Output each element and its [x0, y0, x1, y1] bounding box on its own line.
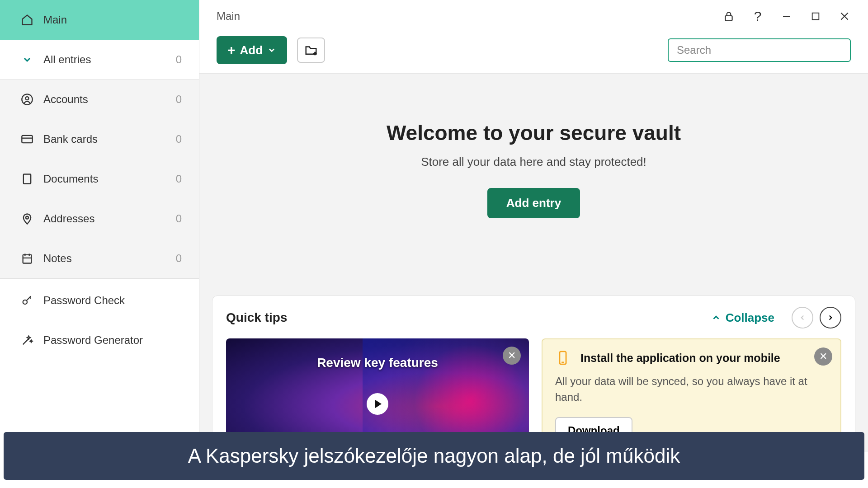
sidebar-item-label: Notes [43, 252, 176, 265]
svg-rect-2 [22, 136, 32, 143]
sidebar-item-label: Accounts [43, 93, 176, 106]
sidebar-item-count: 0 [176, 252, 182, 265]
sidebar-tools: Password Check Password Generator [0, 278, 199, 360]
svg-rect-5 [23, 255, 32, 263]
card-icon [20, 132, 34, 146]
svg-rect-7 [725, 16, 732, 21]
chevron-right-icon [826, 314, 835, 322]
plus-icon: + [227, 42, 236, 58]
svg-point-4 [26, 216, 28, 219]
sidebar-item-password-generator[interactable]: Password Generator [0, 320, 199, 360]
sidebar-all-entries-count: 0 [176, 53, 182, 66]
sidebar-all-entries-label: All entries [43, 53, 176, 66]
content-area: Welcome to your secure vault Store all y… [199, 73, 868, 452]
pin-icon [20, 211, 34, 226]
tips-prev-button[interactable] [792, 307, 813, 328]
tips-title: Quick tips [226, 310, 702, 325]
card-close-button[interactable]: ✕ [814, 347, 832, 366]
install-title: Install the application on your mobile [580, 352, 780, 365]
sidebar-item-count: 0 [176, 93, 182, 106]
note-icon [20, 251, 34, 266]
tips-header: Quick tips Collapse [226, 307, 841, 328]
collapse-button[interactable]: Collapse [711, 311, 774, 325]
key-icon [20, 293, 34, 308]
sidebar-item-bank-cards[interactable]: Bank cards 0 [0, 119, 199, 159]
video-title: Review key features [226, 356, 529, 370]
add-button[interactable]: + Add [217, 36, 287, 64]
document-icon [20, 172, 34, 186]
svg-rect-3 [24, 174, 31, 184]
sidebar-all-entries[interactable]: All entries 0 [0, 40, 199, 80]
maximize-icon[interactable] [809, 10, 822, 23]
sidebar-item-count: 0 [176, 173, 182, 185]
sidebar-item-count: 0 [176, 133, 182, 145]
main-area: Main ? [199, 0, 868, 452]
new-folder-button[interactable] [297, 38, 325, 63]
topbar: Main ? [199, 0, 868, 23]
wand-icon [20, 333, 34, 347]
minimize-icon[interactable] [780, 10, 793, 23]
home-icon [20, 13, 34, 27]
sidebar-item-label: Password Generator [43, 334, 182, 347]
sidebar-item-label: Password Check [43, 294, 182, 307]
sidebar-main-label: Main [43, 14, 182, 26]
sidebar-item-label: Addresses [43, 212, 176, 225]
sidebar-item-notes[interactable]: Notes 0 [0, 239, 199, 278]
chevron-down-icon [267, 46, 276, 55]
toolbar: + Add [199, 23, 868, 73]
mobile-icon [555, 350, 571, 366]
lock-icon[interactable] [722, 10, 735, 23]
collapse-label: Collapse [726, 311, 774, 325]
quick-tips-panel: Quick tips Collapse [212, 296, 855, 452]
caption-overlay: A Kaspersky jelszókezelője nagyon alap, … [4, 432, 864, 480]
chevron-down-icon [20, 52, 34, 67]
svg-rect-8 [812, 13, 819, 20]
sidebar-item-label: Documents [43, 173, 176, 185]
sidebar-item-documents[interactable]: Documents 0 [0, 159, 199, 199]
sidebar-item-label: Bank cards [43, 133, 176, 145]
sidebar-item-accounts[interactable]: Accounts 0 [0, 80, 199, 119]
sidebar-item-addresses[interactable]: Addresses 0 [0, 199, 199, 239]
sidebar-item-count: 0 [176, 212, 182, 225]
add-entry-button[interactable]: Add entry [487, 188, 580, 218]
welcome-block: Welcome to your secure vault Store all y… [199, 74, 868, 218]
install-body: All your data will be synced, so you alw… [555, 374, 808, 405]
app-window: Main All entries 0 Accounts 0 [0, 0, 868, 452]
svg-point-1 [26, 97, 29, 100]
page-title: Main [217, 10, 713, 23]
search-input[interactable] [668, 38, 851, 62]
close-icon[interactable] [838, 10, 851, 23]
welcome-subtext: Store all your data here and stay protec… [199, 155, 868, 169]
svg-point-6 [23, 300, 27, 304]
account-icon [20, 92, 34, 107]
add-button-label: Add [240, 43, 263, 57]
sidebar-item-password-check[interactable]: Password Check [0, 281, 199, 320]
tips-nav [792, 307, 841, 328]
welcome-heading: Welcome to your secure vault [199, 121, 868, 145]
window-controls: ? [722, 10, 851, 23]
sidebar: Main All entries 0 Accounts 0 [0, 0, 199, 452]
play-icon[interactable] [367, 393, 388, 415]
help-icon[interactable]: ? [751, 10, 764, 23]
sidebar-main[interactable]: Main [0, 0, 199, 40]
chevron-left-icon [798, 314, 807, 322]
chevron-up-icon [711, 313, 721, 323]
tips-next-button[interactable] [820, 307, 841, 328]
folder-plus-icon [304, 43, 318, 57]
